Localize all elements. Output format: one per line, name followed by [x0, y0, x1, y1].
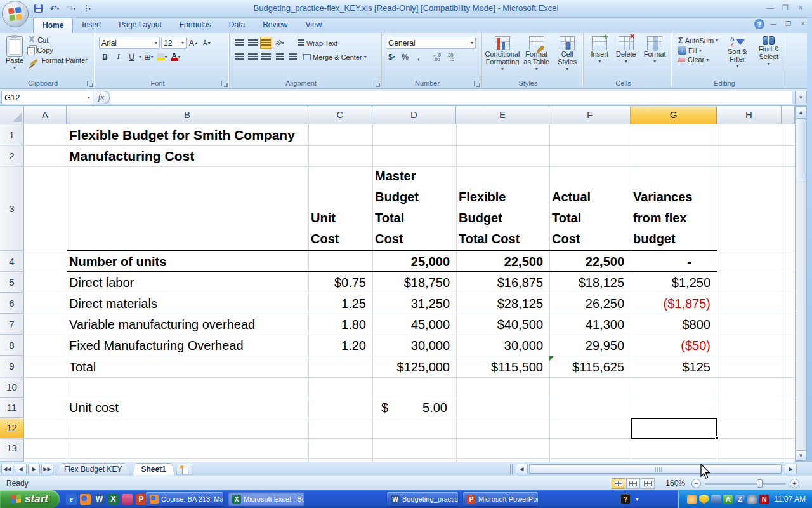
cell-d4[interactable]: 25,000	[372, 251, 456, 272]
column-header-g[interactable]: G	[631, 106, 717, 124]
cell-b8[interactable]: Fixed Manufacturing Overhead	[67, 335, 308, 356]
italic-button[interactable]: I	[112, 51, 124, 63]
cell-e7[interactable]: $40,500	[456, 314, 549, 335]
cell-c5[interactable]: $0.75	[308, 272, 372, 293]
cell-f4[interactable]: 22,500	[549, 251, 631, 272]
insert-function-button[interactable]: fx	[93, 91, 110, 104]
row-header-7[interactable]: 7	[0, 314, 24, 335]
ie-icon[interactable]: e	[66, 494, 77, 505]
cell-b9[interactable]: Total	[67, 356, 308, 377]
tray-norton-icon[interactable]: N	[759, 495, 769, 504]
zoom-in-button[interactable]: +	[790, 479, 799, 488]
font-dialog-launcher[interactable]	[221, 81, 227, 86]
underline-button[interactable]: U	[126, 51, 138, 63]
shrink-font-button[interactable]: A▼	[201, 37, 213, 49]
minimize-button[interactable]: —	[764, 3, 776, 13]
cell-e9[interactable]: $115,500	[456, 356, 549, 377]
fill-button[interactable]: ↓Fill▾	[676, 46, 720, 55]
cell-c8[interactable]: 1.20	[308, 335, 372, 356]
comma-style-button[interactable]: ,	[412, 51, 424, 63]
tray-shield-icon[interactable]	[699, 495, 709, 504]
hscroll-left-button[interactable]: ◀	[516, 464, 528, 474]
tab-split-handle[interactable]	[510, 464, 514, 474]
cell-b4[interactable]: Number of units	[67, 251, 308, 272]
sheet-tab-sheet1[interactable]: Sheet1	[133, 463, 174, 476]
borders-button[interactable]: ⊞▾	[143, 51, 155, 63]
page-break-view-button[interactable]	[641, 478, 655, 489]
cell-d9[interactable]: $125,000	[372, 356, 456, 377]
sort-filter-button[interactable]: AZ Sort & Filter▾	[723, 35, 752, 72]
align-left-button[interactable]	[233, 51, 246, 63]
cell-f5[interactable]: $18,125	[549, 272, 631, 293]
cell-b11[interactable]: Unit cost	[67, 398, 308, 418]
font-size-select[interactable]: 12▾	[161, 37, 187, 49]
hidden-icons-chevron[interactable]: ▾	[636, 496, 639, 502]
cell-b1[interactable]: Flexible Budget for Smith Company	[67, 124, 782, 145]
decrease-indent-button[interactable]	[273, 51, 285, 63]
decrease-decimal-button[interactable]: .00 →.0	[444, 51, 456, 63]
cell-d11[interactable]: $ 5.00	[372, 398, 456, 418]
align-right-button[interactable]	[260, 51, 272, 63]
row-header-1[interactable]: 1	[0, 124, 24, 145]
normal-view-button[interactable]	[612, 478, 625, 489]
zoom-out-button[interactable]: −	[691, 479, 701, 488]
first-sheet-button[interactable]: ◀◀	[1, 464, 13, 474]
zoom-thumb[interactable]	[757, 479, 763, 488]
keys-icon[interactable]	[122, 494, 133, 505]
tab-data[interactable]: Data	[220, 18, 254, 33]
cell-g4[interactable]: -	[631, 251, 717, 272]
tab-home[interactable]: Home	[33, 18, 73, 33]
grow-font-button[interactable]: A▲	[188, 37, 200, 49]
help-button[interactable]: ?	[754, 19, 764, 29]
increase-decimal-button[interactable]: ←.0 .00	[431, 51, 443, 63]
tab-insert[interactable]: Insert	[73, 18, 110, 33]
close-button[interactable]: ×	[794, 3, 807, 13]
tray-volume-icon[interactable]	[747, 495, 757, 504]
firefox-icon[interactable]	[80, 494, 91, 505]
cell-b6[interactable]: Direct materials	[67, 293, 308, 314]
cell-c7[interactable]: 1.80	[308, 314, 372, 335]
start-button[interactable]: start	[0, 490, 60, 508]
align-center-button[interactable]	[247, 51, 259, 63]
font-family-select[interactable]: Arial▾	[99, 37, 160, 49]
scroll-down-button[interactable]: ▼	[796, 450, 806, 461]
row-header-12[interactable]: 12	[0, 418, 24, 438]
cell-b5[interactable]: Direct labor	[67, 272, 308, 293]
delete-cells-button[interactable]: Delete▾	[614, 35, 638, 67]
horizontal-scrollbar[interactable]	[529, 464, 782, 474]
cell-b2[interactable]: Manufacturing Cost	[67, 145, 782, 166]
tray-smiley-icon[interactable]	[687, 495, 697, 504]
page-layout-view-button[interactable]	[626, 478, 640, 489]
expand-formula-bar-button[interactable]: ▼	[795, 91, 807, 104]
row-header-11[interactable]: 11	[0, 398, 24, 418]
cell-g9[interactable]: $125	[631, 356, 717, 377]
accounting-format-button[interactable]: $▾	[386, 51, 398, 63]
taskbar-clock[interactable]: 11:07 AM	[774, 495, 806, 504]
row-header-3[interactable]: 3	[0, 166, 24, 251]
hscroll-right-button[interactable]: ▶	[785, 464, 797, 474]
tray-tools-icon[interactable]	[711, 495, 721, 504]
row-header-13[interactable]: 13	[0, 438, 24, 458]
scroll-up-button[interactable]: ▲	[796, 107, 806, 117]
prev-sheet-button[interactable]: ◀	[15, 464, 27, 474]
autosum-button[interactable]: ΣAutoSum▾	[676, 35, 720, 46]
zoom-level[interactable]: 160%	[665, 479, 685, 488]
row-header-10[interactable]: 10	[0, 377, 24, 398]
column-header-b[interactable]: B	[67, 106, 308, 124]
format-as-table-button[interactable]: Format as Table▾	[521, 35, 551, 74]
cell-f3[interactable]: Actual Total Cost	[549, 166, 631, 251]
tray-zonealarm-icon[interactable]: Z	[735, 495, 745, 504]
taskbar-button-firefox[interactable]: Course: BA 213: Man...	[146, 492, 223, 506]
copy-button[interactable]: Copy	[25, 44, 89, 56]
column-header-d[interactable]: D	[372, 106, 456, 124]
cell-f7[interactable]: 41,300	[549, 314, 631, 335]
word-icon[interactable]: W	[94, 494, 105, 505]
cell-f9[interactable]: $115,625	[549, 356, 631, 377]
select-all-corner[interactable]	[0, 106, 24, 124]
last-sheet-button[interactable]: ▶▶	[41, 464, 53, 474]
taskbar-button-excel[interactable]: X Microsoft Excel - Bud...	[228, 492, 304, 506]
paste-button[interactable]: Paste▾	[4, 35, 25, 73]
merge-center-button[interactable]: Merge & Center▾	[301, 53, 369, 62]
tab-page-layout[interactable]: Page Layout	[110, 18, 170, 33]
cell-e8[interactable]: 30,000	[456, 335, 549, 356]
